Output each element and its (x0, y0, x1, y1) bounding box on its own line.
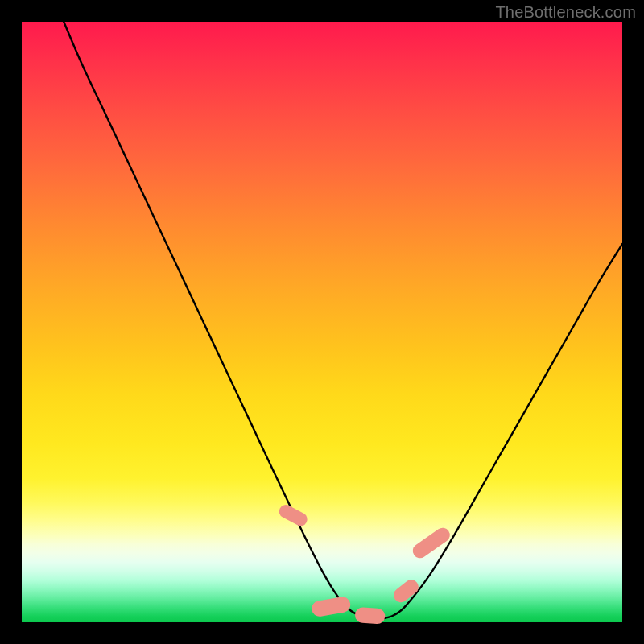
watermark-text: TheBottleneck.com (495, 3, 636, 22)
valley-marker (311, 596, 352, 618)
bottleneck-curve (22, 22, 622, 622)
valley-marker (277, 502, 310, 528)
chart-frame: TheBottleneck.com (0, 0, 644, 644)
valley-marker (390, 577, 421, 605)
valley-marker (410, 525, 452, 561)
valley-marker (354, 607, 386, 625)
plot-area (22, 22, 622, 622)
